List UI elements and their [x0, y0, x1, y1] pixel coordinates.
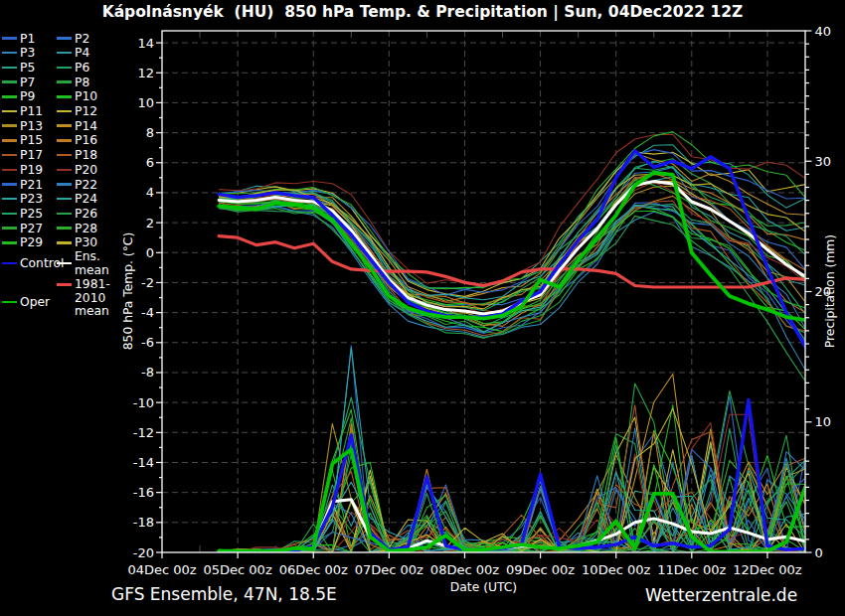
svg-text:0: 0	[146, 245, 154, 260]
svg-text:40: 40	[815, 24, 832, 39]
meteogram-screen: Kápolnásnyék (HU) 850 hPa Temp. & Precip…	[0, 0, 845, 616]
svg-text:10: 10	[815, 414, 832, 429]
right-axis-title: Precipitation (mm)	[823, 234, 837, 348]
svg-text:-2: -2	[141, 275, 154, 290]
svg-text:-4: -4	[141, 305, 154, 320]
footer-model-info: GFS Ensemble, 47N, 18.5E	[111, 584, 337, 604]
ensemble-temp-lines	[219, 132, 805, 382]
svg-text:07Dec 00z: 07Dec 00z	[355, 562, 423, 577]
svg-text:10: 10	[137, 95, 154, 110]
ensemble-precip-lines	[219, 346, 805, 552]
svg-text:08Dec 00z: 08Dec 00z	[430, 562, 499, 577]
svg-text:-18: -18	[133, 515, 154, 530]
svg-text:04Dec 00z: 04Dec 00z	[127, 562, 196, 577]
svg-text:09Dec 00z: 09Dec 00z	[506, 562, 575, 577]
footer-brand: Wetterzentrale.de	[645, 585, 797, 605]
svg-text:-16: -16	[133, 485, 154, 500]
svg-text:-20: -20	[133, 545, 154, 560]
x-axis-title: Date (UTC)	[450, 580, 517, 594]
svg-text:30: 30	[815, 154, 832, 169]
svg-text:10Dec 00z: 10Dec 00z	[582, 562, 650, 577]
meteogram-chart: -20-18-16-14-12-10-8-6-4-202468101214010…	[0, 0, 845, 616]
svg-text:11Dec 00z: 11Dec 00z	[657, 562, 726, 577]
svg-text:-8: -8	[141, 365, 154, 380]
svg-text:0: 0	[815, 545, 823, 560]
svg-text:2: 2	[146, 216, 154, 231]
svg-text:05Dec 00z: 05Dec 00z	[204, 562, 272, 577]
svg-text:12Dec 00z: 12Dec 00z	[733, 562, 801, 577]
svg-text:-14: -14	[133, 455, 154, 470]
left-axis-title: 850 hPa Temp. (°C)	[121, 232, 135, 350]
svg-text:-12: -12	[133, 425, 154, 440]
svg-text:4: 4	[146, 185, 154, 200]
svg-text:14: 14	[137, 36, 154, 51]
svg-text:6: 6	[146, 155, 154, 170]
svg-text:-6: -6	[141, 335, 154, 350]
svg-text:-10: -10	[133, 395, 154, 410]
svg-text:8: 8	[146, 125, 154, 140]
svg-text:12: 12	[137, 66, 154, 80]
series-control-temp	[219, 151, 805, 348]
svg-text:06Dec 00z: 06Dec 00z	[279, 562, 348, 577]
